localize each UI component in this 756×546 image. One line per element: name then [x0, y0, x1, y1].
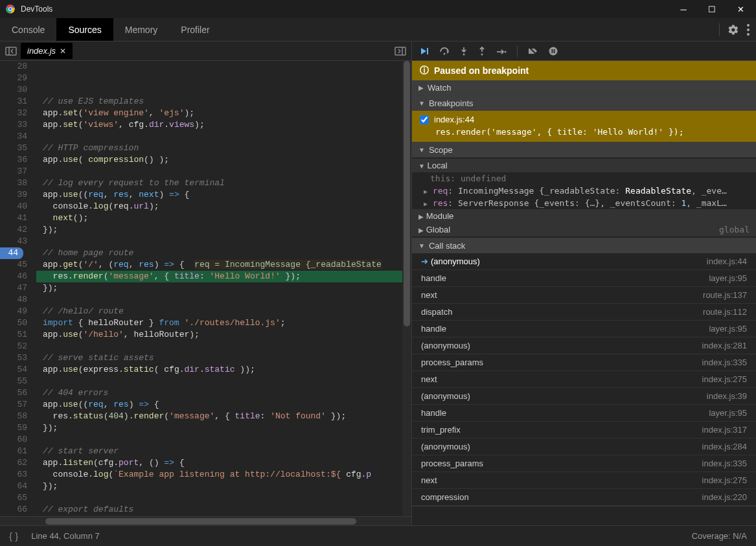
- callstack-frame[interactable]: handlelayer.js:95: [412, 405, 756, 422]
- step-over-icon[interactable]: [439, 46, 450, 56]
- code-line[interactable]: [36, 376, 411, 387]
- pause-exceptions-icon[interactable]: [549, 46, 558, 56]
- line-number[interactable]: 38: [0, 177, 27, 189]
- scrollbar-thumb[interactable]: [404, 61, 410, 326]
- callstack-frame[interactable]: dispatchroute.js:112: [412, 304, 756, 321]
- code-line[interactable]: app.set('view engine', 'ejs');: [36, 108, 411, 119]
- deactivate-breakpoints-icon[interactable]: [528, 46, 538, 56]
- line-number[interactable]: 51: [0, 329, 27, 341]
- code-line[interactable]: [36, 166, 411, 177]
- code-editor[interactable]: 2829303132333435363738394041424344454647…: [0, 61, 411, 516]
- scope-module-header[interactable]: ▶ Module: [412, 209, 756, 223]
- gear-icon[interactable]: [727, 24, 739, 36]
- code-line[interactable]: console.log(`Example app listening at ht…: [36, 469, 411, 481]
- line-number[interactable]: 62: [0, 457, 27, 469]
- code-line[interactable]: res.status(404).render('message', { titl…: [36, 411, 411, 422]
- line-number[interactable]: 35: [0, 142, 27, 154]
- code-line[interactable]: app.use((req, res, next) => {: [36, 189, 411, 201]
- scope-header[interactable]: ▼ Scope: [412, 142, 756, 157]
- code-line[interactable]: [36, 294, 411, 306]
- code-line[interactable]: app.use( compression() );: [36, 154, 411, 166]
- callstack-frame[interactable]: (anonymous)index.js:284: [412, 438, 756, 455]
- callstack-frame[interactable]: ➔(anonymous)index.js:44: [412, 253, 756, 270]
- callstack-frame[interactable]: handlelayer.js:95: [412, 321, 756, 337]
- line-number[interactable]: 36: [0, 154, 27, 166]
- code-line[interactable]: // HTTP compression: [36, 142, 411, 154]
- scope-var-req[interactable]: ▶ req: IncomingMessage {_readableState: …: [412, 185, 756, 197]
- code-line[interactable]: });: [36, 224, 411, 236]
- step-out-icon[interactable]: [478, 46, 486, 56]
- line-number[interactable]: 43: [0, 236, 27, 247]
- code-line[interactable]: app.listen(cfg.port, () => {: [36, 457, 411, 469]
- breakpoint-item[interactable]: index.js:44 res.render('message', { titl…: [412, 111, 756, 142]
- line-number[interactable]: 45: [0, 259, 27, 271]
- line-number[interactable]: 53: [0, 352, 27, 364]
- code-line[interactable]: console.log(req.url);: [36, 201, 411, 212]
- step-icon[interactable]: [496, 46, 507, 56]
- callstack-frame[interactable]: process_paramsindex.js:335: [412, 354, 756, 371]
- toggle-debugger-icon[interactable]: [395, 46, 406, 56]
- code-line[interactable]: [36, 131, 411, 142]
- code-line[interactable]: });: [36, 282, 411, 294]
- line-number[interactable]: 44: [0, 247, 23, 259]
- line-number[interactable]: 48: [0, 294, 27, 306]
- toggle-navigator-icon[interactable]: [5, 46, 17, 56]
- resume-icon[interactable]: [420, 46, 429, 56]
- tab-console[interactable]: Console: [0, 18, 56, 41]
- horizontal-scrollbar[interactable]: [0, 516, 411, 525]
- code-line[interactable]: app.use('/hello', helloRouter);: [36, 329, 411, 341]
- callstack-frame[interactable]: compressionindex.js:220: [412, 489, 756, 506]
- line-number[interactable]: 57: [0, 399, 27, 411]
- line-number[interactable]: 37: [0, 166, 27, 177]
- line-number[interactable]: 41: [0, 212, 27, 224]
- line-number[interactable]: 66: [0, 504, 27, 516]
- code-line[interactable]: });: [36, 422, 411, 434]
- code-line[interactable]: [36, 492, 411, 504]
- code-line[interactable]: // start server: [36, 446, 411, 457]
- code-line[interactable]: // use EJS templates: [36, 96, 411, 108]
- line-number[interactable]: 42: [0, 224, 27, 236]
- window-maximize[interactable]: ☐: [704, 5, 720, 14]
- code-line[interactable]: // home page route: [36, 247, 411, 259]
- line-number[interactable]: 61: [0, 446, 27, 457]
- code-line[interactable]: next();: [36, 212, 411, 224]
- code-line[interactable]: app.get('/', (req, res) => { req = Incom…: [36, 259, 411, 271]
- callstack-frame[interactable]: (anonymous)index.js:281: [412, 337, 756, 354]
- window-minimize[interactable]: ─: [676, 5, 691, 14]
- line-number[interactable]: 31: [0, 96, 27, 108]
- scope-local-header[interactable]: ▼ Local: [412, 159, 756, 172]
- line-number[interactable]: 54: [0, 364, 27, 376]
- code-line[interactable]: app.set('views', cfg.dir.views);: [36, 119, 411, 131]
- code-content[interactable]: // use EJS templatesapp.set('view engine…: [36, 61, 411, 516]
- file-tab-indexjs[interactable]: index.js ✕: [21, 43, 73, 59]
- code-line[interactable]: app.use((req, res) => {: [36, 399, 411, 411]
- breakpoint-checkbox[interactable]: [420, 115, 429, 124]
- code-line[interactable]: // serve static assets: [36, 352, 411, 364]
- line-number[interactable]: 34: [0, 131, 27, 142]
- scope-var-this[interactable]: this: undefined: [412, 172, 756, 185]
- scope-var-res[interactable]: ▶ res: ServerResponse {_events: {…}, _ev…: [412, 197, 756, 209]
- kebab-menu-icon[interactable]: [747, 24, 750, 36]
- breakpoints-header[interactable]: ▼ Breakpoints: [412, 96, 756, 111]
- line-number[interactable]: 28: [0, 61, 27, 73]
- line-number[interactable]: 30: [0, 84, 27, 96]
- line-gutter[interactable]: 2829303132333435363738394041424344454647…: [0, 61, 36, 516]
- callstack-frame[interactable]: trim_prefixindex.js:317: [412, 422, 756, 438]
- code-line[interactable]: [36, 236, 411, 247]
- line-number[interactable]: 32: [0, 108, 27, 119]
- line-number[interactable]: 58: [0, 411, 27, 422]
- close-icon[interactable]: ✕: [60, 47, 66, 56]
- code-line[interactable]: // export defaults: [36, 504, 411, 516]
- code-line[interactable]: [36, 434, 411, 446]
- code-line[interactable]: });: [36, 481, 411, 492]
- line-number[interactable]: 59: [0, 422, 27, 434]
- vertical-scrollbar[interactable]: [402, 61, 411, 516]
- line-number[interactable]: 33: [0, 119, 27, 131]
- callstack-frame[interactable]: process_paramsindex.js:335: [412, 455, 756, 472]
- line-number[interactable]: 50: [0, 317, 27, 329]
- line-number[interactable]: 52: [0, 341, 27, 352]
- line-number[interactable]: 40: [0, 201, 27, 212]
- line-number[interactable]: 64: [0, 481, 27, 492]
- callstack-header[interactable]: ▼ Call stack: [412, 238, 756, 253]
- code-line[interactable]: res.render('message', { title: 'Hello Wo…: [36, 271, 411, 282]
